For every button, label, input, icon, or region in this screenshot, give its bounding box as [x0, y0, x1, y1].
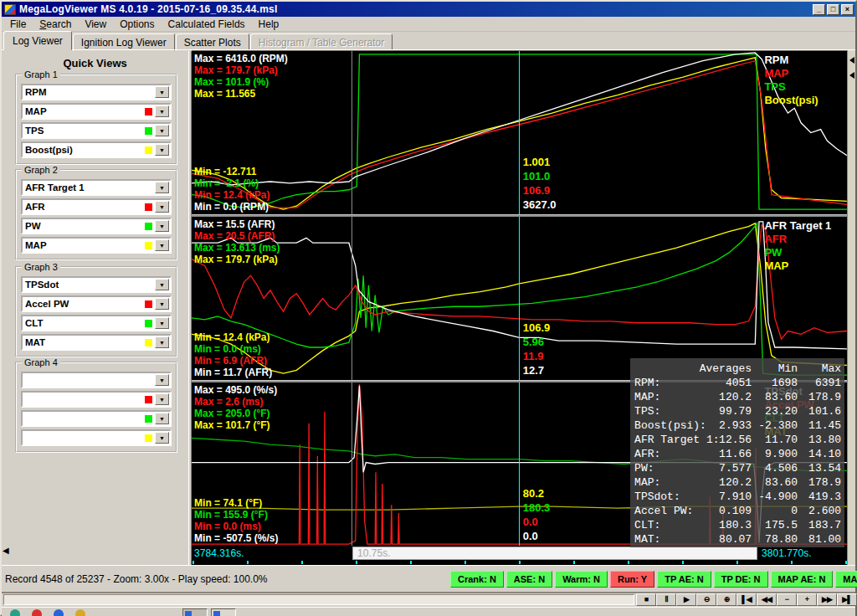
menu-view[interactable]: View: [78, 18, 113, 31]
pause-button[interactable]: Ⅱ: [656, 593, 676, 606]
stats-label: TPSdot:: [634, 490, 680, 504]
menu-help[interactable]: Help: [252, 18, 286, 31]
zoom-in-button[interactable]: ⊕: [716, 593, 736, 606]
dropdown-arrow-icon[interactable]: ▼: [155, 336, 169, 348]
series-color-chip: [145, 415, 152, 423]
slower-button[interactable]: −: [777, 593, 797, 606]
dropdown-arrow-icon[interactable]: ▼: [155, 105, 169, 117]
skip-start-button[interactable]: ▌◀: [736, 593, 757, 606]
stats-avg: 0.109: [719, 504, 752, 518]
timeline-thumb[interactable]: [352, 547, 757, 560]
data-cursor[interactable]: [519, 51, 520, 214]
field-select-2-4[interactable]: MAP▼: [21, 237, 172, 254]
taskbar-icon-1[interactable]: [10, 609, 20, 616]
dropdown-arrow-icon[interactable]: ▼: [155, 298, 169, 310]
dropdown-arrow-icon[interactable]: ▼: [155, 86, 169, 98]
dropdown-arrow-icon[interactable]: ▼: [155, 413, 169, 424]
tab-ignition-log-viewer[interactable]: Ignition Log Viewer: [73, 33, 175, 51]
taskbar-icon-3[interactable]: [54, 609, 64, 616]
window-start-cursor[interactable]: [352, 217, 352, 380]
cursor-value: 106.9: [523, 321, 551, 335]
field-select-4-3[interactable]: ▼: [21, 410, 172, 427]
graph-panel-2[interactable]: Max = 15.5 (AFR)Max = 20.5 (AFR)Max = 13…: [192, 217, 847, 380]
field-value: RPM: [23, 87, 155, 97]
stats-avg: 80.07: [719, 532, 752, 547]
stats-min: 0: [791, 504, 798, 518]
dropdown-arrow-icon[interactable]: ▼: [155, 432, 169, 444]
zoom-out-button[interactable]: ⊖: [696, 593, 716, 606]
play-button[interactable]: ▶: [676, 593, 696, 606]
field-select-3-4[interactable]: MAT▼: [21, 334, 172, 351]
dropdown-arrow-icon[interactable]: ▼: [155, 279, 169, 290]
taskbar-icon-4[interactable]: [75, 609, 85, 616]
tab-bar: Log ViewerIgnition Log ViewerScatter Plo…: [2, 32, 855, 50]
data-cursor[interactable]: [519, 217, 520, 380]
collapse-left-icon[interactable]: [849, 57, 854, 64]
group-label: Graph 3: [22, 262, 60, 272]
field-value: MAT: [23, 337, 145, 347]
taskbar-icon-2[interactable]: [32, 609, 42, 616]
dropdown-arrow-icon[interactable]: ▼: [155, 220, 169, 232]
field-value: MAP: [23, 240, 145, 250]
dropdown-arrow-icon[interactable]: ▼: [155, 317, 169, 329]
menu-options[interactable]: Options: [113, 18, 161, 31]
field-select-3-2[interactable]: Accel PW▼: [21, 295, 172, 312]
dropdown-arrow-icon[interactable]: ▼: [155, 144, 169, 156]
field-select-2-1[interactable]: AFR Target 1▼: [21, 179, 172, 196]
dropdown-arrow-icon[interactable]: ▼: [155, 125, 169, 136]
taskbar-window-button-1[interactable]: [182, 608, 208, 616]
field-select-2-2[interactable]: AFR▼: [21, 198, 172, 215]
field-select-1-1[interactable]: RPM▼: [21, 84, 172, 100]
skip-end-button[interactable]: ▶▌: [837, 593, 857, 606]
close-button[interactable]: ×: [841, 4, 854, 15]
field-select-1-4[interactable]: Boost(psi)▼: [21, 141, 172, 158]
field-value: AFR: [23, 202, 145, 212]
menu-calculated-fields[interactable]: Calculated Fields: [162, 18, 252, 31]
taskbar-window-button-2[interactable]: [211, 608, 236, 616]
main-content: Quick Views Graph 1RPM▼MAP▼TPS▼Boost(psi…: [2, 50, 855, 565]
dropdown-arrow-icon[interactable]: ▼: [155, 201, 169, 213]
dropdown-arrow-icon[interactable]: ▼: [155, 239, 169, 251]
indicator-ase-n: ASE: N: [506, 571, 552, 588]
menu-search[interactable]: Search: [33, 18, 78, 31]
faster-button[interactable]: +: [797, 593, 817, 606]
tab-log-viewer[interactable]: Log Viewer: [3, 31, 72, 50]
legend-item: TPS: [764, 80, 818, 94]
indicator-warm-n: Warm: N: [555, 571, 608, 588]
field-select-4-1[interactable]: ▼: [21, 372, 172, 388]
field-select-2-3[interactable]: PW▼: [21, 218, 172, 234]
stats-label: Accel PW:: [634, 504, 693, 518]
tab-scatter-plots[interactable]: Scatter Plots: [176, 33, 249, 51]
right-scroll-strip[interactable]: [847, 50, 855, 565]
forward-button[interactable]: ▶▶: [817, 593, 837, 606]
dropdown-arrow-icon[interactable]: ▼: [155, 393, 169, 405]
maximize-button[interactable]: □: [827, 4, 839, 15]
field-select-1-2[interactable]: MAP▼: [21, 103, 172, 120]
window-start-cursor[interactable]: [352, 382, 352, 546]
data-cursor[interactable]: [519, 382, 520, 546]
field-select-4-2[interactable]: ▼: [21, 391, 172, 408]
stats-min: 175.5: [765, 518, 798, 532]
collapse-left-icon[interactable]: [849, 72, 854, 79]
field-select-3-3[interactable]: CLT▼: [21, 315, 172, 331]
timeline-scrollbar[interactable]: 3784.316s. 10.75s. 3801.770s.: [192, 547, 849, 560]
graph-panel-1[interactable]: Max = 6416.0 (RPM)Max = 179.7 (kPa)Max =…: [192, 51, 847, 214]
min-label: Min = 6.9 (AFR): [194, 355, 272, 367]
timeline-tick: [247, 561, 249, 564]
dropdown-arrow-icon[interactable]: ▼: [155, 182, 169, 193]
menu-file[interactable]: File: [3, 18, 33, 31]
window-start-cursor[interactable]: [352, 51, 352, 214]
minimize-button[interactable]: _: [813, 4, 825, 15]
field-select-4-4[interactable]: ▼: [21, 429, 172, 446]
stats-max: 178.9: [808, 475, 841, 490]
scroll-left-icon[interactable]: ◀: [3, 546, 9, 555]
max-label: Max = 6416.0 (RPM): [194, 53, 288, 64]
stats-label: RPM:: [634, 376, 660, 390]
field-select-3-1[interactable]: TPSdot▼: [21, 276, 172, 293]
series-color-chip: [145, 146, 152, 154]
dropdown-arrow-icon[interactable]: ▼: [155, 374, 169, 386]
field-select-1-3[interactable]: TPS▼: [21, 122, 172, 139]
rewind-button[interactable]: ◀◀: [757, 593, 777, 606]
stats-min: -4.900: [758, 490, 798, 504]
stop-button[interactable]: ■: [636, 593, 656, 606]
